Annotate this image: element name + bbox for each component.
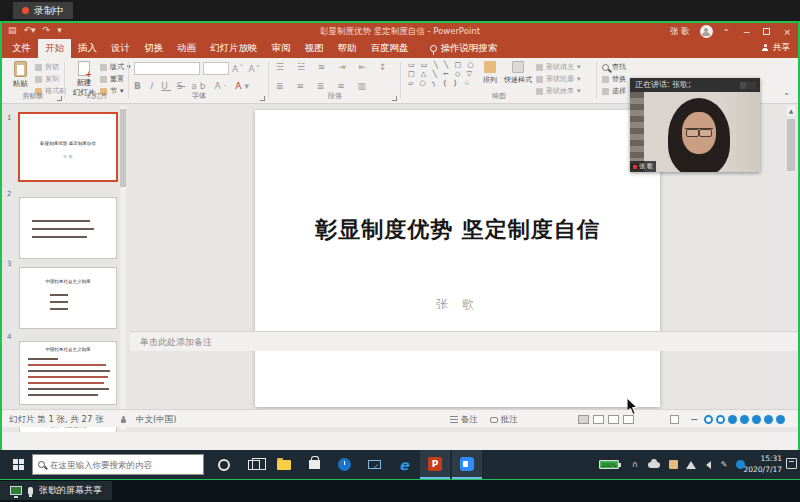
powerpoint-taskbar-button[interactable]: P	[420, 450, 450, 479]
font-dialog-launcher[interactable]	[260, 96, 265, 101]
tab-file[interactable]: 文件	[5, 39, 38, 58]
meeting-toolbar-icon[interactable]	[728, 415, 737, 424]
slide-thumbnail-3[interactable]: 中国特色社会主义制度	[20, 268, 116, 328]
clipboard-dialog-launcher[interactable]	[57, 96, 62, 101]
slide-thumbnail-2[interactable]	[20, 198, 116, 258]
meeting-app-taskbar-button[interactable]	[452, 450, 482, 479]
slide-scrollbar[interactable]: ▲	[787, 106, 795, 406]
normal-view-icon[interactable]	[578, 415, 589, 424]
font-style-buttons[interactable]: B I U S ab A· A▾	[134, 81, 252, 91]
meeting-toolbar-icon[interactable]	[716, 415, 725, 424]
taskbar-search[interactable]	[32, 454, 204, 475]
thumbnail-scrollbar[interactable]	[120, 106, 126, 430]
comments-toggle-button[interactable]: 批注	[490, 414, 518, 426]
tab-animations[interactable]: 动画	[170, 39, 203, 58]
list-indent-buttons[interactable]: ☰ ☱ ≡ ⇥ ⇤ ↕	[276, 62, 392, 72]
mail-app-button[interactable]	[360, 450, 388, 479]
share-button[interactable]: 共享	[761, 42, 790, 54]
current-slide[interactable]: 彰显制度优势 坚定制度自信 张 歌	[255, 110, 660, 407]
arrange-icon	[484, 61, 496, 73]
tray-volume[interactable]	[700, 450, 716, 479]
edge-button[interactable]: e	[390, 450, 418, 479]
copy-button[interactable]: 复制	[35, 74, 66, 84]
notes-toggle-button[interactable]: 备注	[450, 414, 478, 426]
screen-share-indicator[interactable]: 张歌的屏幕共享	[0, 481, 112, 500]
tab-design[interactable]: 设计	[104, 39, 137, 58]
task-view-button[interactable]	[240, 450, 268, 479]
shapes-gallery[interactable]: ▭ ▭ ╲ ╲ □ ○□ △ ╲ ⌐ ◇ ▽▱ ○ ╮ { } ☆	[408, 61, 476, 88]
alignment-buttons[interactable]: ≣ ≡ ≣ ≡ ▥	[276, 81, 371, 91]
meeting-toolbar-icon[interactable]	[764, 415, 773, 424]
reset-button[interactable]: 重置	[100, 74, 131, 84]
replace-button[interactable]: 替换	[602, 74, 626, 84]
grow-shrink-font-icons[interactable]: Aˆ A˅	[232, 64, 261, 74]
tab-transitions[interactable]: 切换	[137, 39, 170, 58]
avatar[interactable]	[700, 25, 713, 38]
tab-review[interactable]: 审阅	[265, 39, 298, 58]
meeting-toolbar-icon[interactable]	[752, 415, 761, 424]
slide-author[interactable]: 张 歌	[255, 296, 660, 313]
notes-pane[interactable]: 单击此处添加备注	[130, 331, 798, 351]
meeting-toolbar-icon[interactable]	[776, 415, 785, 424]
arrange-button[interactable]: 排列	[478, 61, 502, 85]
close-button[interactable]: ×	[780, 27, 794, 37]
collapse-ribbon-icon[interactable]: ⌃	[783, 92, 790, 101]
tray-pen[interactable]: ✎	[716, 450, 732, 479]
thumb-text-line	[28, 376, 108, 378]
cut-button[interactable]: 剪切	[35, 62, 66, 72]
account-name[interactable]: 张 歌	[670, 26, 690, 38]
meeting-floating-toolbar	[704, 414, 788, 424]
slide-thumbnail-1[interactable]: 彰显制度优势 坚定制度自信 张 歌	[20, 114, 116, 180]
meeting-toolbar-icon[interactable]	[740, 415, 749, 424]
accessibility-icon[interactable]	[120, 414, 127, 424]
fit-to-window-icon[interactable]	[670, 414, 683, 424]
tab-slideshow[interactable]: 幻灯片放映	[203, 39, 265, 58]
meeting-toolbar-icon[interactable]	[704, 415, 713, 424]
shape-outline-button[interactable]: 形状轮廓▾	[536, 74, 581, 84]
tab-help[interactable]: 帮助	[331, 39, 364, 58]
font-name-select[interactable]	[134, 62, 200, 75]
quick-styles-button[interactable]: 快速样式	[504, 61, 532, 85]
action-center-icon[interactable]	[786, 458, 797, 469]
cortana-button[interactable]	[210, 450, 238, 479]
ribbon-display-options-icon[interactable]: ⌃	[723, 27, 730, 37]
taskbar-clock[interactable]: 15:31 2020/7/17	[744, 453, 782, 475]
battery-indicator[interactable]: 100%	[596, 450, 622, 479]
slide-thumbnail-4[interactable]: 中国特色社会主义制度	[20, 342, 116, 404]
minimize-button[interactable]: −	[740, 27, 754, 37]
scroll-up-icon[interactable]: ▲	[787, 106, 795, 116]
layout-button[interactable]: 版式▾	[100, 62, 131, 72]
tell-me-search[interactable]: 操作说明搜索	[430, 42, 498, 58]
reading-view-icon[interactable]	[608, 415, 619, 424]
tab-view[interactable]: 视图	[298, 39, 331, 58]
store-button[interactable]	[300, 450, 328, 479]
tray-onedrive[interactable]	[645, 450, 663, 479]
file-explorer-button[interactable]	[270, 450, 298, 479]
find-button[interactable]: 查找	[602, 62, 626, 72]
zoom-out-button[interactable]: −	[690, 414, 698, 425]
select-button[interactable]: 选择	[602, 86, 626, 96]
start-button[interactable]	[6, 450, 30, 479]
slide-scrollbar-thumb[interactable]	[787, 119, 795, 171]
tray-window-app[interactable]	[664, 450, 682, 479]
replace-icon	[602, 76, 609, 83]
maximize-button[interactable]	[763, 28, 770, 35]
slide-title[interactable]: 彰显制度优势 坚定制度自信	[255, 215, 660, 245]
paragraph-dialog-launcher[interactable]	[392, 96, 397, 101]
slide-sorter-view-icon[interactable]	[593, 415, 604, 424]
paste-button[interactable]: 粘贴	[7, 61, 33, 89]
tab-baidu-netdisk[interactable]: 百度网盘	[364, 39, 416, 58]
thumb-number: 1	[7, 114, 11, 122]
comments-toggle-label: 批注	[501, 414, 518, 424]
tab-insert[interactable]: 插入	[71, 39, 104, 58]
font-size-select[interactable]	[203, 62, 229, 75]
thumbnail-scrollbar-thumb[interactable]	[120, 109, 126, 187]
tab-home[interactable]: 开始	[38, 39, 71, 58]
language-indicator[interactable]: 中文(中国)	[136, 414, 177, 426]
tray-headset[interactable]: ∩	[626, 450, 644, 479]
shape-fill-button[interactable]: 形状填充▾	[536, 62, 581, 72]
alarms-app-button[interactable]	[330, 450, 358, 479]
tray-network[interactable]	[682, 450, 700, 479]
webcam-overlay[interactable]: 正在讲话: 张歌; 张 歌	[630, 78, 760, 172]
taskbar-search-input[interactable]	[50, 460, 190, 470]
